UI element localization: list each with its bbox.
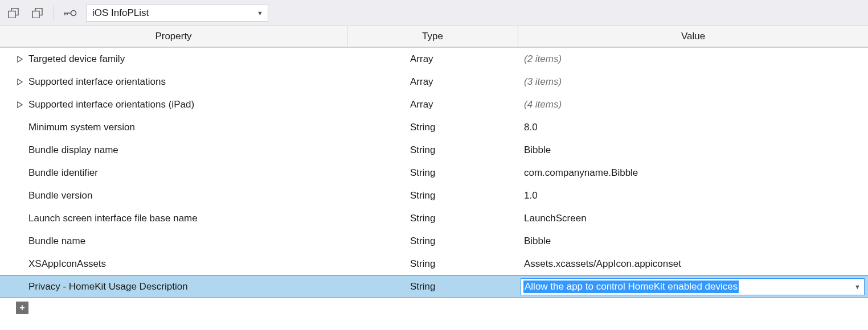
value-cell[interactable]: LaunchScreen: [518, 213, 868, 224]
type-cell[interactable]: Array: [347, 53, 518, 65]
indent-spacer: [16, 192, 24, 200]
indent-spacer: [16, 260, 24, 268]
svg-rect-3: [32, 11, 39, 18]
categorize-icon[interactable]: [6, 5, 22, 21]
property-cell[interactable]: Targeted device family: [0, 53, 347, 65]
type-cell[interactable]: String: [347, 213, 518, 224]
plus-icon: +: [19, 303, 24, 312]
table-row[interactable]: Minimum system versionString8.0: [0, 116, 868, 139]
disclosure-triangle-icon[interactable]: [16, 78, 24, 86]
type-cell[interactable]: String: [347, 281, 518, 292]
indent-spacer: [16, 123, 24, 131]
property-label: Privacy - HomeKit Usage Description: [28, 281, 188, 292]
toolbar: iOS InfoPList ▼: [0, 0, 868, 26]
value-cell[interactable]: Assets.xcassets/AppIcon.appiconset: [518, 258, 868, 270]
table-row[interactable]: Targeted device familyArray(2 items): [0, 48, 868, 71]
disclosure-triangle-icon[interactable]: [16, 101, 24, 109]
svg-rect-1: [9, 11, 15, 18]
value-cell[interactable]: (3 items): [518, 76, 868, 88]
property-cell[interactable]: Launch screen interface file base name: [0, 213, 347, 224]
plist-selector-dropdown[interactable]: iOS InfoPList ▼: [86, 5, 268, 22]
property-label: Launch screen interface file base name: [28, 213, 198, 224]
value-cell[interactable]: Bibble: [518, 236, 868, 247]
table-row[interactable]: XSAppIconAssetsStringAssets.xcassets/App…: [0, 253, 868, 275]
type-cell[interactable]: String: [347, 145, 518, 156]
alphabetical-icon[interactable]: [30, 5, 46, 21]
indent-spacer: [16, 237, 24, 245]
add-row-area: +: [0, 298, 868, 317]
indent-spacer: [16, 283, 24, 291]
table-row[interactable]: Bundle versionString1.0: [0, 184, 868, 207]
type-cell[interactable]: String: [347, 167, 518, 179]
header-type[interactable]: Type: [347, 26, 518, 47]
property-label: Supported interface orientations: [28, 76, 166, 88]
property-cell[interactable]: Supported interface orientations (iPad): [0, 99, 347, 110]
type-cell[interactable]: String: [347, 236, 518, 247]
value-editor[interactable]: Allow the app to control HomeKit enabled…: [521, 278, 865, 295]
type-cell[interactable]: Array: [347, 76, 518, 88]
property-label: Bundle identifier: [28, 167, 98, 179]
key-icon[interactable]: [62, 5, 78, 21]
property-label: Bundle version: [28, 190, 92, 201]
value-cell[interactable]: com.companyname.Bibble: [518, 167, 868, 179]
indent-spacer: [16, 146, 24, 154]
property-cell[interactable]: Bundle identifier: [0, 167, 347, 179]
table-row[interactable]: Bundle nameStringBibble: [0, 230, 868, 253]
chevron-down-icon[interactable]: ▼: [854, 283, 861, 290]
property-cell[interactable]: Bundle display name: [0, 145, 347, 156]
header-value[interactable]: Value: [518, 26, 868, 47]
type-cell[interactable]: String: [347, 190, 518, 201]
indent-spacer: [16, 169, 24, 177]
header-property[interactable]: Property: [0, 26, 347, 47]
property-label: Supported interface orientations (iPad): [28, 99, 194, 110]
table-row[interactable]: Bundle identifierStringcom.companyname.B…: [0, 162, 868, 184]
value-cell[interactable]: 1.0: [518, 190, 868, 201]
property-label: Targeted device family: [28, 53, 125, 65]
property-label: Minimum system version: [28, 122, 135, 133]
value-cell[interactable]: Bibble: [518, 145, 868, 156]
table-row[interactable]: Bundle display nameStringBibble: [0, 139, 868, 162]
property-label: Bundle display name: [28, 145, 118, 156]
add-row-button[interactable]: +: [16, 302, 28, 314]
svg-point-4: [71, 10, 76, 15]
value-cell[interactable]: Allow the app to control HomeKit enabled…: [518, 278, 868, 295]
type-cell[interactable]: String: [347, 258, 518, 270]
table-body: Targeted device familyArray(2 items)Supp…: [0, 48, 868, 298]
table-row[interactable]: Supported interface orientationsArray(3 …: [0, 71, 868, 93]
chevron-down-icon: ▼: [257, 10, 263, 16]
property-cell[interactable]: Privacy - HomeKit Usage Description: [0, 281, 347, 292]
property-cell[interactable]: Bundle version: [0, 190, 347, 201]
property-cell[interactable]: Supported interface orientations: [0, 76, 347, 88]
disclosure-triangle-icon[interactable]: [16, 55, 24, 63]
plist-selector-label: iOS InfoPList: [92, 7, 149, 19]
table-row[interactable]: Launch screen interface file base nameSt…: [0, 207, 868, 230]
property-cell[interactable]: Minimum system version: [0, 122, 347, 133]
table-row[interactable]: Privacy - HomeKit Usage DescriptionStrin…: [0, 275, 868, 298]
property-label: XSAppIconAssets: [28, 258, 106, 270]
toolbar-separator: [54, 6, 54, 20]
table-row[interactable]: Supported interface orientations (iPad)A…: [0, 93, 868, 116]
value-cell[interactable]: (4 items): [518, 99, 868, 110]
table-header: Property Type Value: [0, 26, 868, 48]
property-cell[interactable]: XSAppIconAssets: [0, 258, 347, 270]
value-editor-text[interactable]: Allow the app to control HomeKit enabled…: [523, 280, 739, 293]
type-cell[interactable]: String: [347, 122, 518, 133]
property-label: Bundle name: [28, 236, 85, 247]
indent-spacer: [16, 214, 24, 222]
type-cell[interactable]: Array: [347, 99, 518, 110]
value-cell[interactable]: (2 items): [518, 53, 868, 65]
property-cell[interactable]: Bundle name: [0, 236, 347, 247]
value-cell[interactable]: 8.0: [518, 122, 868, 133]
